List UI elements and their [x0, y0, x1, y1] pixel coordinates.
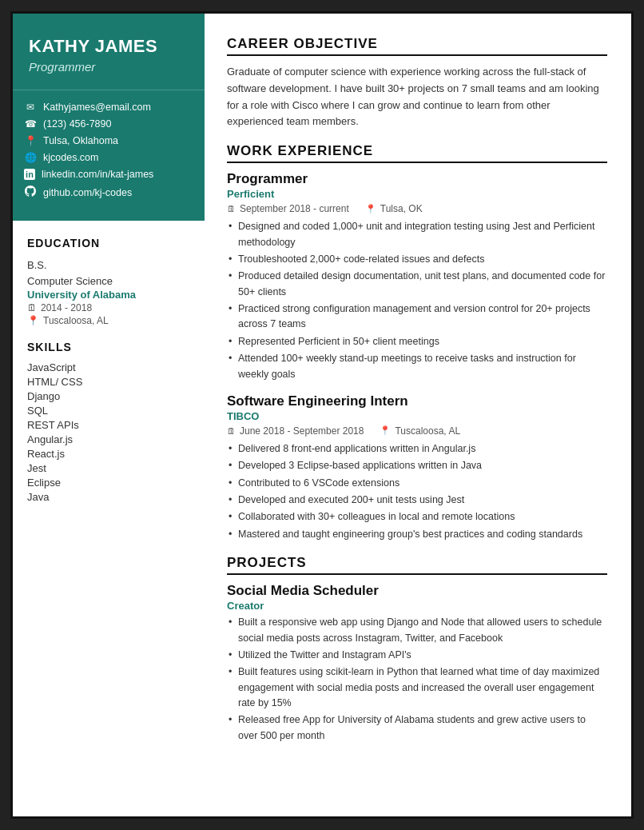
edu-location: 📍 Tuscaloosa, AL — [27, 315, 190, 326]
pin-icon: 📍 — [380, 425, 391, 436]
candidate-name: KATHY JAMES — [29, 36, 189, 57]
skill-item: Eclipse — [27, 477, 190, 489]
job-location: 📍 Tuscaloosa, AL — [380, 425, 460, 437]
skill-item: SQL — [27, 405, 190, 417]
company-name: Perficient — [227, 188, 607, 200]
github-text: github.com/kj-codes — [43, 187, 132, 198]
education-heading: EDUCATION — [27, 237, 190, 249]
skills-heading: SKILLS — [27, 341, 190, 353]
career-objective-text: Graduate of computer science with experi… — [227, 64, 607, 130]
location-text: Tulsa, Oklahoma — [43, 135, 118, 146]
job-entry: ProgrammerPerficient 🗓 September 2018 - … — [227, 171, 607, 382]
contact-section: ✉ Kathyjames@email.com ☎ (123) 456-7890 … — [13, 90, 205, 221]
skill-item: Java — [27, 491, 190, 503]
website-text: kjcodes.com — [43, 152, 98, 163]
job-meta: 🗓 September 2018 - current 📍 Tulsa, OK — [227, 203, 607, 214]
bullet-item: Troubleshooted 2,000+ code-related issue… — [227, 252, 607, 267]
bullet-item: Developed 3 Eclipse-based applications w… — [227, 458, 607, 473]
website-icon: 🌐 — [24, 152, 37, 163]
work-experience-heading: WORK EXPERIENCE — [227, 143, 607, 163]
contact-location: 📍 Tulsa, Oklahoma — [24, 135, 189, 146]
sidebar: KATHY JAMES Programmer ✉ Kathyjames@emai… — [13, 14, 205, 816]
bullet-item: Built features using scikit-learn in Pyt… — [227, 664, 607, 711]
bullet-item: Mastered and taught engineering group's … — [227, 527, 607, 542]
skill-item: Jest — [27, 462, 190, 474]
skill-item: Angular.js — [27, 433, 190, 445]
bullet-item: Represented Perficient in 50+ client mee… — [227, 334, 607, 349]
bullet-item: Utilized the Twitter and Instagram API's — [227, 648, 607, 663]
edu-degree: B.S. — [27, 257, 190, 273]
edu-field: Computer Science — [27, 273, 190, 289]
projects-heading: PROJECTS — [227, 555, 607, 575]
bullet-item: Designed and coded 1,000+ unit and integ… — [227, 219, 607, 250]
edu-school: University of Alabama — [27, 289, 190, 301]
job-title: Software Engineering Intern — [227, 393, 607, 409]
bullet-item: Contributed to 6 VSCode extensions — [227, 476, 607, 491]
location-icon: 📍 — [24, 135, 37, 146]
skill-item: HTML/ CSS — [27, 376, 190, 388]
job-meta: 🗓 June 2018 - September 2018 📍 Tuscaloos… — [227, 425, 607, 437]
job-location: 📍 Tulsa, OK — [365, 203, 423, 214]
linkedin-text: linkedin.com/in/kat-james — [42, 169, 153, 180]
bullet-item: Developed and executed 200+ unit tests u… — [227, 493, 607, 508]
bullet-item: Delivered 8 front-end applications writt… — [227, 441, 607, 457]
contact-website: 🌐 kjcodes.com — [24, 152, 189, 163]
calendar-icon: 🗓 — [27, 302, 37, 313]
skill-item: React.js — [27, 448, 190, 460]
bullet-item: Released free App for University of Alab… — [227, 712, 607, 744]
contact-linkedin: in linkedin.com/in/kat-james — [24, 169, 189, 180]
projects-section: PROJECTS Social Media SchedulerCreatorBu… — [227, 555, 607, 744]
phone-text: (123) 456-7890 — [43, 118, 111, 130]
bullet-item: Built a responsive web app using Django … — [227, 615, 607, 646]
candidate-title: Programmer — [29, 60, 189, 74]
job-bullets: Designed and coded 1,000+ unit and integ… — [227, 219, 607, 382]
contact-email: ✉ Kathyjames@email.com — [24, 102, 189, 113]
projects-list: Social Media SchedulerCreatorBuilt a res… — [227, 583, 607, 744]
bullet-item: Produced detailed design documentation, … — [227, 269, 607, 300]
skills-list: JavaScriptHTML/ CSSDjangoSQLREST APIsAng… — [27, 361, 190, 503]
calendar-icon: 🗓 — [227, 204, 236, 213]
project-title: Social Media Scheduler — [227, 583, 607, 599]
calendar-icon: 🗓 — [227, 426, 236, 436]
pin-icon: 📍 — [27, 315, 39, 326]
bullet-item: Attended 100+ weekly stand-up meetings t… — [227, 351, 607, 382]
skill-item: REST APIs — [27, 419, 190, 431]
job-entry: Software Engineering InternTIBCO 🗓 June … — [227, 393, 607, 542]
main-content: CAREER OBJECTIVE Graduate of computer sc… — [205, 14, 631, 816]
edu-years: 🗓 2014 - 2018 — [27, 302, 190, 313]
email-icon: ✉ — [24, 102, 37, 113]
pin-icon: 📍 — [365, 204, 376, 214]
email-text: Kathyjames@email.com — [43, 102, 151, 113]
career-objective-heading: CAREER OBJECTIVE — [227, 36, 607, 56]
skill-item: JavaScript — [27, 361, 190, 373]
project-role: Creator — [227, 600, 607, 612]
linkedin-icon: in — [24, 169, 35, 180]
bullet-item: Collaborated with 30+ colleagues in loca… — [227, 509, 607, 525]
career-objective-section: CAREER OBJECTIVE Graduate of computer sc… — [227, 36, 607, 130]
project-entry: Social Media SchedulerCreatorBuilt a res… — [227, 583, 607, 744]
work-experience-section: WORK EXPERIENCE ProgrammerPerficient 🗓 S… — [227, 143, 607, 542]
jobs-list: ProgrammerPerficient 🗓 September 2018 - … — [227, 171, 607, 542]
job-date: 🗓 June 2018 - September 2018 — [227, 425, 364, 437]
sidebar-white-section: EDUCATION B.S. Computer Science Universi… — [13, 221, 205, 816]
phone-icon: ☎ — [24, 118, 37, 130]
sidebar-header: KATHY JAMES Programmer — [13, 14, 205, 90]
contact-phone: ☎ (123) 456-7890 — [24, 118, 189, 130]
job-bullets: Delivered 8 front-end applications writt… — [227, 441, 607, 542]
github-icon — [24, 186, 37, 199]
bullet-item: Practiced strong configuration managemen… — [227, 301, 607, 333]
skill-item: Django — [27, 390, 190, 402]
job-title: Programmer — [227, 171, 607, 187]
contact-github: github.com/kj-codes — [24, 186, 189, 199]
resume-container: KATHY JAMES Programmer ✉ Kathyjames@emai… — [10, 11, 634, 819]
project-bullets: Built a responsive web app using Django … — [227, 615, 607, 744]
company-name: TIBCO — [227, 410, 607, 422]
job-date: 🗓 September 2018 - current — [227, 203, 349, 214]
